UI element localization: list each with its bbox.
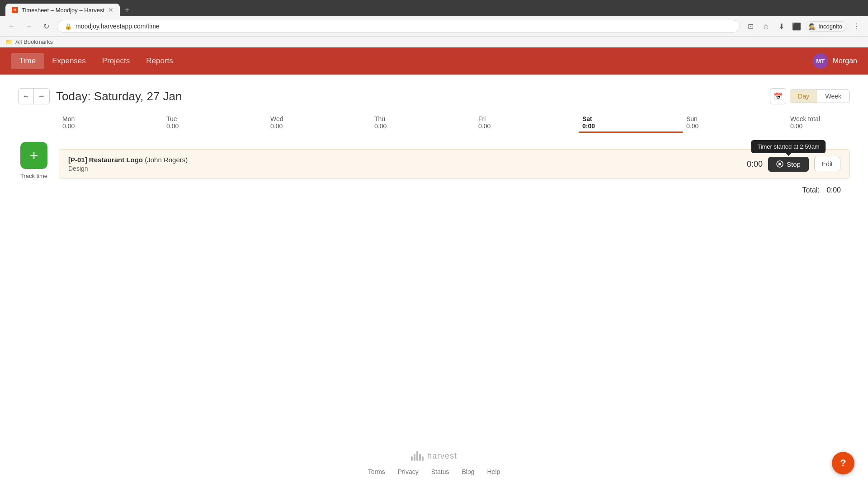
- edit-button[interactable]: Edit: [814, 157, 840, 171]
- week-view-button[interactable]: Week: [817, 90, 849, 103]
- time-entry-info: [P-01] Restaurant Logo (John Rogers) Des…: [68, 156, 740, 172]
- download-icon[interactable]: ⬇: [775, 20, 788, 33]
- incognito-badge: 🕵 Incognito: [806, 21, 847, 32]
- calendar-icon-button[interactable]: 📅: [770, 88, 786, 104]
- time-entries-list: [P-01] Restaurant Logo (John Rogers) Des…: [59, 149, 850, 179]
- nav-links: Time Expenses Projects Reports: [11, 53, 181, 69]
- date-view-toggle: 📅 Day Week: [770, 88, 850, 104]
- menu-icon[interactable]: ⋮: [850, 20, 863, 33]
- day-hours-sat: 0:00: [582, 122, 679, 130]
- user-area[interactable]: MT Morgan: [813, 53, 857, 69]
- refresh-button[interactable]: ↻: [40, 20, 52, 33]
- stop-label: Stop: [787, 160, 801, 168]
- active-tab[interactable]: H Timesheet – Moodjoy – Harvest ✕: [5, 4, 120, 16]
- stop-icon: [776, 160, 783, 168]
- date-nav: ← → Today: Saturday, 27 Jan 📅 Day Week: [18, 88, 850, 104]
- bookmarks-label: All Bookmarks: [15, 38, 53, 45]
- incognito-icon: 🕵: [809, 23, 816, 30]
- day-name-sun: Sun: [686, 115, 783, 122]
- logo-bar-1: [411, 456, 413, 461]
- date-nav-left: ← → Today: Saturday, 27 Jan: [18, 88, 182, 104]
- track-time-area: + Track time: [18, 142, 50, 179]
- back-button[interactable]: ←: [5, 20, 18, 33]
- footer-logo: harvest: [411, 451, 457, 461]
- avatar: MT: [813, 53, 828, 69]
- footer-terms[interactable]: Terms: [368, 468, 385, 475]
- bookmarks-bar: 📁 All Bookmarks: [0, 37, 868, 47]
- new-tab-button[interactable]: +: [121, 4, 133, 16]
- day-name-sat: Sat: [582, 115, 679, 122]
- cast-icon[interactable]: ⊡: [744, 20, 757, 33]
- total-label: Total:: [802, 186, 820, 194]
- browser-actions: ⊡ ☆ ⬇ ⬛ 🕵 Incognito ⋮: [744, 20, 863, 33]
- footer-help[interactable]: Help: [487, 468, 500, 475]
- day-name-tue: Tue: [166, 115, 263, 122]
- project-client: (John Rogers): [145, 156, 188, 164]
- week-total-name: Week total: [790, 115, 846, 122]
- day-columns: Mon 0.00 Tue 0.00 Wed 0.00 Thu 0.00 Fri: [59, 115, 850, 133]
- day-col-tue[interactable]: Tue 0.00: [163, 115, 267, 133]
- day-col-thu[interactable]: Thu 0.00: [371, 115, 475, 133]
- footer-links: Terms Privacy Status Blog Help: [368, 468, 500, 475]
- next-date-button[interactable]: →: [34, 89, 49, 104]
- day-name-mon: Mon: [62, 115, 159, 122]
- day-name-thu: Thu: [374, 115, 471, 122]
- top-nav: Time Expenses Projects Reports MT Morgan: [0, 47, 868, 75]
- prev-date-button[interactable]: ←: [19, 89, 34, 104]
- week-header-row: Mon 0.00 Tue 0.00 Wed 0.00 Thu 0.00 Fri: [18, 115, 850, 133]
- day-hours-wed: 0.00: [270, 122, 367, 130]
- time-entry-duration: 0:00: [740, 160, 763, 169]
- footer: harvest Terms Privacy Status Blog Help: [0, 438, 868, 488]
- address-bar[interactable]: 🔒 moodjoy.harvestapp.com/time: [57, 20, 740, 33]
- day-hours-sun: 0.00: [686, 122, 783, 130]
- nav-time[interactable]: Time: [11, 53, 44, 69]
- time-entry: [P-01] Restaurant Logo (John Rogers) Des…: [59, 149, 850, 179]
- nav-reports[interactable]: Reports: [138, 53, 181, 69]
- total-value: 0:00: [827, 186, 841, 194]
- logo-bar-5: [422, 456, 424, 461]
- time-entry-row: + Track time [P-01] Restaurant Logo (Joh…: [18, 142, 850, 194]
- day-hours-fri: 0.00: [478, 122, 575, 130]
- forward-button[interactable]: →: [23, 20, 35, 33]
- project-code: [P-01]: [68, 156, 87, 164]
- add-time-button[interactable]: +: [20, 142, 47, 169]
- bookmarks-folder-icon: 📁: [5, 38, 13, 45]
- view-toggle: Day Week: [790, 89, 850, 103]
- project-name: Restaurant Logo: [89, 156, 143, 164]
- browser-toolbar: ← → ↻ 🔒 moodjoy.harvestapp.com/time ⊡ ☆ …: [0, 16, 868, 37]
- tab-title: Timesheet – Moodjoy – Harvest: [22, 7, 104, 14]
- day-col-mon[interactable]: Mon 0.00: [59, 115, 163, 133]
- week-total-hours: 0.00: [790, 122, 846, 130]
- logo-bar-2: [414, 454, 415, 461]
- tab-favicon: H: [12, 7, 18, 13]
- day-col-fri[interactable]: Fri 0.00: [475, 115, 579, 133]
- svg-rect-1: [778, 163, 781, 165]
- day-hours-tue: 0.00: [166, 122, 263, 130]
- stop-button-wrapper: Timer started at 2:59am Stop: [768, 157, 809, 172]
- help-button[interactable]: ?: [832, 452, 854, 474]
- plus-icon: +: [30, 147, 38, 164]
- day-col-wed[interactable]: Wed 0.00: [267, 115, 371, 133]
- browser-chrome: H Timesheet – Moodjoy – Harvest ✕ +: [0, 0, 868, 16]
- date-title: Today: Saturday, 27 Jan: [56, 89, 182, 103]
- time-entry-right: 0:00 Timer started at 2:59am Stop: [740, 157, 840, 172]
- day-col-sat[interactable]: Sat 0:00: [579, 115, 683, 133]
- nav-expenses[interactable]: Expenses: [44, 53, 94, 69]
- week-total-col: Week total 0.00: [787, 115, 850, 133]
- footer-blog[interactable]: Blog: [462, 468, 474, 475]
- day-view-button[interactable]: Day: [790, 89, 818, 103]
- bookmark-star-icon[interactable]: ☆: [760, 20, 772, 33]
- date-arrows: ← →: [18, 88, 50, 104]
- logo-bar-4: [419, 454, 421, 461]
- day-col-sun[interactable]: Sun 0.00: [683, 115, 787, 133]
- extension-icon[interactable]: ⬛: [790, 20, 803, 33]
- stop-button[interactable]: Stop: [768, 157, 809, 172]
- total-row: Total: 0:00: [59, 186, 850, 194]
- tab-close-button[interactable]: ✕: [108, 6, 113, 14]
- footer-privacy[interactable]: Privacy: [398, 468, 419, 475]
- day-name-fri: Fri: [478, 115, 575, 122]
- tab-bar: H Timesheet – Moodjoy – Harvest ✕ +: [5, 4, 863, 16]
- nav-projects[interactable]: Projects: [94, 53, 138, 69]
- footer-status[interactable]: Status: [431, 468, 449, 475]
- timer-tooltip: Timer started at 2:59am: [751, 140, 826, 153]
